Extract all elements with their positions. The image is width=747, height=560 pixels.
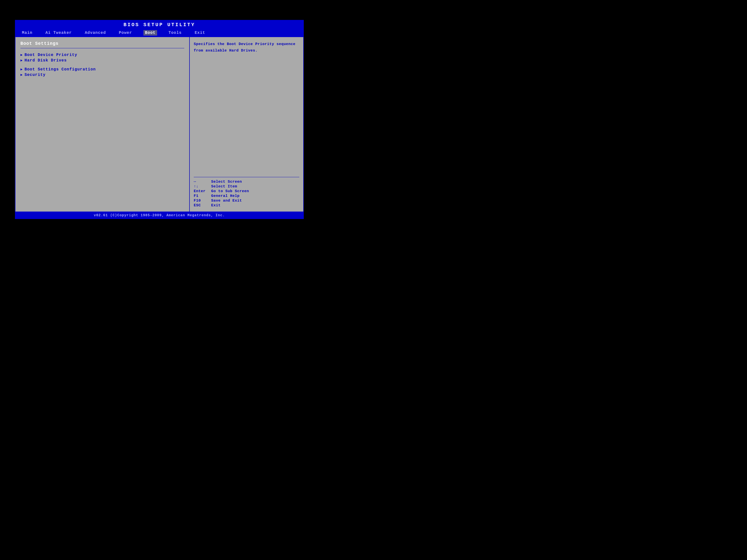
arrow-hard-disk-drives: ► (20, 58, 22, 62)
key-row-select-item: ↑↓ Select Item (194, 184, 299, 189)
key-row-enter: Enter Go to Sub Screen (194, 189, 299, 193)
menu-entries: ► Boot Device Priority ► Hard Disk Drive… (20, 52, 184, 80)
key-row-f1: F1 General Help (194, 194, 299, 198)
menu-item-ai-tweaker[interactable]: Ai Tweaker (44, 30, 73, 35)
key-desc-select-item: Select Item (211, 184, 237, 189)
key-desc-f1: General Help (211, 194, 239, 198)
menu-item-exit[interactable]: Exit (193, 30, 207, 35)
menu-item-main[interactable]: Main (20, 30, 34, 35)
left-panel: Boot Settings ► Boot Device Priority ► H… (16, 37, 190, 212)
bios-title: BIOS SETUP UTILITY (124, 22, 195, 28)
key-legend: ↔ Select Screen ↑↓ Select Item Enter Go … (194, 177, 299, 208)
entry-hard-disk-drives[interactable]: ► Hard Disk Drives (20, 58, 184, 63)
menu-bar: Main Ai Tweaker Advanced Power Boot Tool… (16, 29, 303, 36)
menu-item-power[interactable]: Power (117, 30, 133, 35)
key-f1: F1 (194, 194, 209, 198)
footer-bar: v02.61 (C)Copyright 1985-2009, American … (16, 212, 303, 218)
footer-text: v02.61 (C)Copyright 1985-2009, American … (94, 213, 225, 217)
bios-container: BIOS SETUP UTILITY Main Ai Tweaker Advan… (15, 20, 304, 219)
right-panel: Specifies the Boot Device Priority seque… (190, 37, 303, 212)
arrow-boot-device-priority: ► (20, 53, 22, 57)
label-hard-disk-drives: Hard Disk Drives (24, 58, 67, 63)
key-desc-esc: Exit (211, 203, 221, 208)
entry-boot-settings-config[interactable]: ► Boot Settings Configuration (20, 67, 184, 72)
menu-item-advanced[interactable]: Advanced (83, 30, 107, 35)
section-title: Boot Settings (20, 41, 184, 46)
key-row-select-screen: ↔ Select Screen (194, 180, 299, 184)
key-esc: ESC (194, 203, 209, 208)
key-desc-f10: Save and Exit (211, 198, 242, 203)
key-desc-select-screen: Select Screen (211, 180, 242, 184)
key-desc-enter: Go to Sub Screen (211, 189, 249, 193)
key-arrows-vertical: ↑↓ (194, 184, 209, 189)
menu-item-tools[interactable]: Tools (167, 30, 183, 35)
arrow-boot-settings-config: ► (20, 68, 22, 72)
label-security: Security (24, 73, 46, 77)
screen-wrapper: BIOS SETUP UTILITY Main Ai Tweaker Advan… (7, 12, 311, 226)
key-row-f10: F10 Save and Exit (194, 198, 299, 203)
key-enter: Enter (194, 189, 209, 193)
entry-security[interactable]: ► Security (20, 72, 184, 78)
key-row-esc: ESC Exit (194, 203, 299, 208)
entry-boot-device-priority[interactable]: ► Boot Device Priority (20, 52, 184, 58)
key-arrows-horizontal: ↔ (194, 180, 209, 184)
entry-group-1: ► Boot Device Priority ► Hard Disk Drive… (20, 52, 184, 63)
label-boot-device-priority: Boot Device Priority (24, 53, 77, 57)
label-boot-settings-config: Boot Settings Configuration (24, 67, 96, 72)
arrow-security: ► (20, 73, 22, 77)
title-bar: BIOS SETUP UTILITY (16, 20, 303, 29)
divider (20, 48, 184, 48)
key-f10: F10 (194, 198, 209, 203)
help-text: Specifies the Boot Device Priority seque… (194, 41, 299, 54)
entry-group-2: ► Boot Settings Configuration ► Security (20, 67, 184, 78)
menu-item-boot[interactable]: Boot (144, 30, 157, 35)
main-content: Boot Settings ► Boot Device Priority ► H… (16, 36, 303, 212)
